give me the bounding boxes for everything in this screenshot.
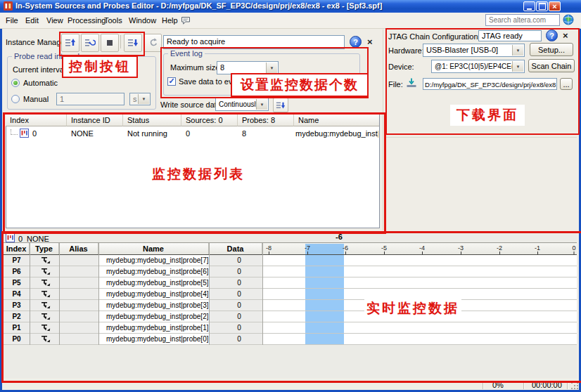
- programmer-icon[interactable]: [406, 77, 417, 88]
- col-header-index[interactable]: Index: [6, 115, 67, 126]
- wave-row[interactable]: P7 mydebug:mydebug_inst|probe[7] 0: [4, 255, 577, 266]
- wave-col-header-index[interactable]: Index: [4, 243, 30, 254]
- tree-branch[interactable]: [11, 129, 18, 135]
- wave-row[interactable]: P5 mydebug:mydebug_inst|probe[5] 0: [4, 277, 577, 289]
- instance-sources: 0: [186, 129, 190, 138]
- col-header-status[interactable]: Status: [123, 115, 181, 126]
- minimize-button[interactable]: [523, 1, 535, 11]
- probe-type-icon: [40, 335, 51, 344]
- col-header-probes[interactable]: Probes: 8: [238, 115, 294, 126]
- list-up-arrow-icon: [65, 37, 76, 48]
- help-button[interactable]: ?: [350, 36, 362, 48]
- close-pane-button[interactable]: ×: [367, 37, 373, 46]
- interval-unit-select[interactable]: s ▼: [129, 93, 151, 105]
- instance-manager-label: Instance Manager:: [6, 38, 70, 46]
- continuously-read-button[interactable]: [81, 34, 99, 52]
- maximum-size-value: 8: [220, 63, 224, 72]
- ruler-tick: -1: [535, 244, 540, 254]
- ruler-tick: -8: [266, 244, 272, 254]
- maximize-button[interactable]: [536, 1, 548, 11]
- wave-col-header-type[interactable]: Type: [30, 243, 59, 254]
- search-input[interactable]: [485, 14, 560, 26]
- wave-row-data: 0: [212, 324, 266, 332]
- wave-grid-line: [59, 243, 60, 345]
- wave-row-name: mydebug:mydebug_inst|probe[5]: [106, 279, 208, 287]
- help-icon: ?: [353, 38, 358, 46]
- automatic-radio[interactable]: [11, 79, 20, 87]
- wave-row-data: 0: [212, 301, 266, 309]
- manual-radio-label[interactable]: Manual: [23, 95, 49, 103]
- col-header-sources[interactable]: Sources: 0: [181, 115, 238, 126]
- tick-label: -3: [458, 244, 464, 251]
- wave-row[interactable]: P6 mydebug:mydebug_inst|probe[6] 0: [4, 266, 577, 277]
- setup-button[interactable]: Setup...: [530, 43, 573, 56]
- resize-grip[interactable]: [571, 382, 573, 384]
- panel-divider: [383, 30, 383, 230]
- jtag-status-field: JTAG ready: [478, 30, 542, 41]
- instance-probes: 8: [242, 129, 246, 138]
- jtag-close-button[interactable]: ×: [563, 31, 568, 40]
- list-down-arrow-icon: [127, 37, 139, 48]
- tick-label: -2: [497, 244, 502, 251]
- automatic-radio-label[interactable]: Automatic: [23, 79, 58, 87]
- titlebar[interactable]: In-System Sources and Probes Editor - D:…: [0, 0, 581, 13]
- wave-row[interactable]: P1 mydebug:mydebug_inst|probe[1] 0: [4, 322, 577, 334]
- wave-grid-line: [209, 243, 210, 345]
- ruler-tick: -7: [305, 244, 310, 254]
- save-to-event-log-checkbox[interactable]: ✓: [167, 77, 176, 86]
- ruler-tick: -3: [458, 244, 464, 254]
- wave-row[interactable]: P3 mydebug:mydebug_inst|probe[3] 0: [4, 300, 577, 311]
- wave-row[interactable]: P0 mydebug:mydebug_inst|probe[0] 0: [4, 334, 577, 345]
- globe-icon[interactable]: [563, 14, 574, 25]
- col-header-instance[interactable]: Instance ID: [67, 115, 123, 126]
- instance-row[interactable]: 0 NONE Not running 0 8 mydebug:mydebug_i…: [6, 128, 379, 139]
- wave-col-header-name[interactable]: Name: [98, 243, 209, 254]
- event-log-title: Event log: [168, 49, 205, 58]
- probe-type-icon: [40, 324, 51, 332]
- manual-interval-input[interactable]: 1: [56, 93, 124, 105]
- wave-col-header-alias[interactable]: Alias: [59, 243, 98, 254]
- manual-interval-value: 1: [60, 95, 64, 103]
- scan-chain-button[interactable]: Scan Chain: [528, 59, 575, 72]
- manual-radio[interactable]: [11, 95, 20, 103]
- stop-read-button[interactable]: [101, 34, 119, 52]
- jtag-help-button[interactable]: ?: [546, 30, 558, 41]
- close-button[interactable]: ×: [549, 1, 561, 11]
- menu-tools[interactable]: Tools: [102, 15, 124, 26]
- col-header-name[interactable]: Name: [294, 115, 379, 126]
- device-value: @1: EP3C(10|5)/EP4CE(10|6) (0:: [435, 63, 513, 70]
- menu-window[interactable]: Window: [127, 15, 158, 26]
- browse-button[interactable]: ...: [560, 78, 573, 90]
- device-select[interactable]: @1: EP3C(10|5)/EP4CE(10|6) (0: ▼: [431, 60, 525, 73]
- wave-row-name: mydebug:mydebug_inst|probe[3]: [106, 301, 208, 309]
- list-cycle-icon: [84, 37, 96, 48]
- wave-col-header-data[interactable]: Data: [209, 243, 262, 254]
- menu-edit[interactable]: Edit: [23, 15, 41, 26]
- wave-row-name: mydebug:mydebug_inst|probe[0]: [106, 335, 208, 343]
- hardware-select[interactable]: USB-Blaster [USB-0] ▼: [423, 44, 525, 57]
- probe-type-icon: [40, 313, 51, 321]
- file-path-field[interactable]: D:/myfpga/DK_SF_EP3C/design/prj/ex8/ex8.…: [423, 78, 557, 90]
- wave-cursor-label[interactable]: -6: [336, 233, 343, 241]
- menu-help[interactable]: Help: [160, 15, 180, 26]
- menu-file[interactable]: File: [4, 15, 20, 26]
- instance-status: Not running: [127, 129, 167, 138]
- minimize-icon: [527, 8, 532, 10]
- tick-label: -5: [381, 244, 387, 251]
- feedback-bubble-icon[interactable]: [181, 16, 191, 25]
- ruler-tick: 0: [572, 244, 575, 254]
- wave-grid-line: [262, 243, 263, 345]
- stop-square-icon: [104, 37, 115, 48]
- write-source-data-button[interactable]: [124, 34, 142, 52]
- menu-view[interactable]: View: [44, 15, 65, 26]
- read-probe-data-button[interactable]: [61, 34, 79, 52]
- refresh-button[interactable]: [143, 34, 162, 52]
- wave-row-index: P3: [4, 301, 30, 309]
- wave-row[interactable]: P4 mydebug:mydebug_inst|probe[4] 0: [4, 289, 577, 300]
- help-icon: ?: [549, 32, 554, 40]
- write-source-data-select[interactable]: Continuously ▼: [215, 98, 269, 111]
- file-path-text: D:/myfpga/DK_SF_EP3C/design/prj/ex8/ex8.…: [425, 81, 557, 89]
- wave-row[interactable]: P2 mydebug:mydebug_inst|probe[2] 0: [4, 311, 577, 322]
- hardware-value: USB-Blaster [USB-0]: [426, 46, 498, 54]
- write-once-button[interactable]: [273, 98, 288, 112]
